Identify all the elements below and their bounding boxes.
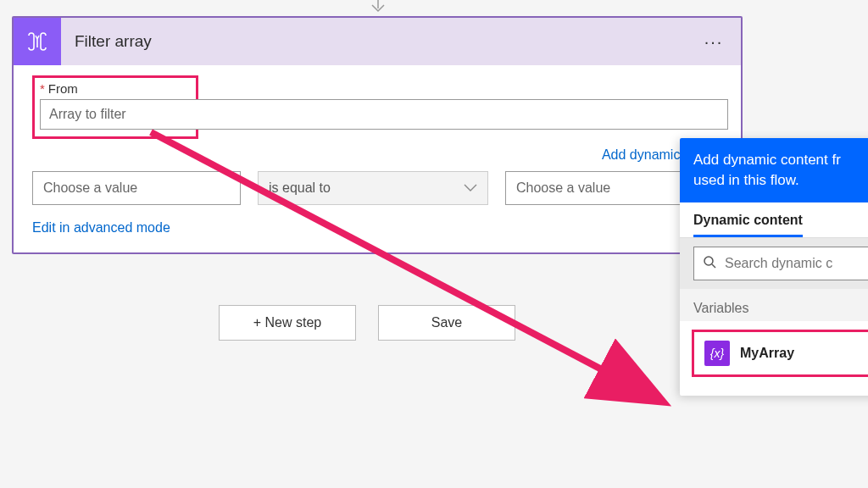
svg-point-0 [704,257,713,265]
required-asterisk: * [40,81,45,96]
data-operations-icon [14,18,61,65]
flyout-section-variables: Variables [680,289,868,321]
from-input[interactable] [40,99,728,130]
variable-icon: {x} [704,341,730,366]
chevron-down-icon [464,181,477,195]
flyout-tabs: Dynamic content [680,202,868,238]
variable-item-label: MyArray [740,346,794,361]
ellipsis-icon: ··· [704,32,724,51]
flyout-search-area [680,238,868,289]
card-header[interactable]: Filter array ··· [14,18,741,65]
save-button[interactable]: Save [378,305,515,341]
add-dynamic-content-link[interactable]: Add dynamic conte [32,147,722,163]
from-label: * From [40,81,191,96]
card-title: Filter array [61,32,698,51]
svg-line-1 [712,264,715,268]
variable-myarray-item[interactable]: {x} MyArray [692,330,868,377]
from-field-highlight: * From [32,75,198,139]
flyout-search-input[interactable] [725,256,868,271]
flow-actions-row: + New step Save [219,305,515,341]
new-step-button[interactable]: + New step [219,305,356,341]
filter-left-value-input[interactable] [32,171,241,205]
edit-advanced-mode-link[interactable]: Edit in advanced mode [32,220,722,236]
tab-dynamic-content[interactable]: Dynamic content [693,213,803,237]
flyout-search-box[interactable] [693,247,868,280]
search-icon [703,255,716,272]
filter-array-card: Filter array ··· * From Add dynamic cont… [12,16,743,254]
flow-connector-arrow [370,0,387,17]
card-body: * From Add dynamic conte is equal to [14,65,741,252]
filter-operator-select[interactable]: is equal to [258,171,488,205]
from-label-text: From [48,81,78,96]
filter-condition-row: is equal to [32,171,722,205]
card-menu-button[interactable]: ··· [698,32,729,52]
flyout-header: Add dynamic content fr used in this flow… [680,138,868,202]
dynamic-content-flyout: Add dynamic content fr used in this flow… [680,138,868,396]
operator-label: is equal to [269,180,331,196]
